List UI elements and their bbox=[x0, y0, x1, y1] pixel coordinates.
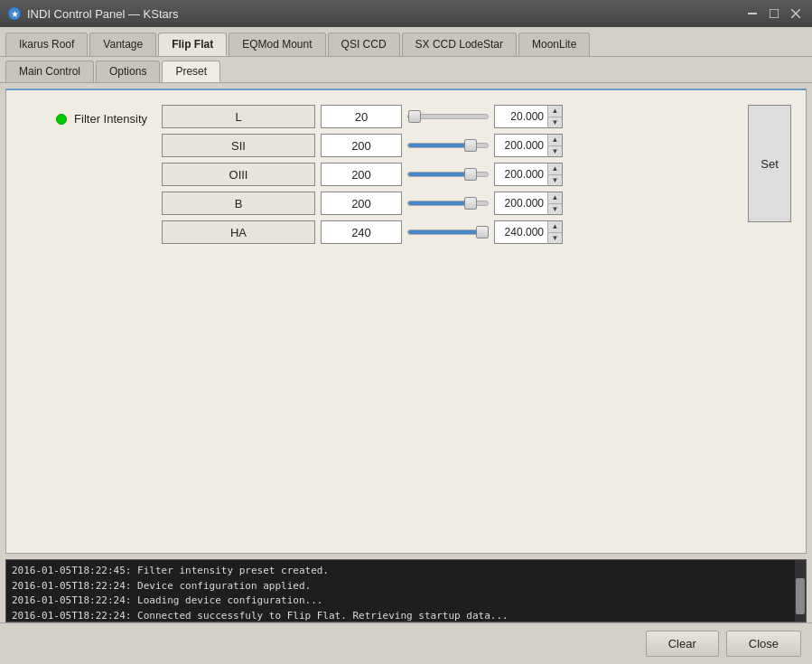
filter-spinbox-ha[interactable]: 240.000▲▼ bbox=[494, 220, 563, 244]
device-tabs: Ikarus RoofVantageFlip FlatEQMod MountQS… bbox=[0, 27, 812, 57]
filter-name-b: B bbox=[162, 192, 315, 215]
spinbox-up-ha[interactable]: ▲ bbox=[548, 221, 562, 233]
filter-name-l: L bbox=[162, 105, 315, 128]
filter-spinbox-b[interactable]: 200.000▲▼ bbox=[494, 192, 563, 215]
filter-row-sii: SII200200.000▲▼ bbox=[162, 134, 733, 157]
spinbox-up-sii[interactable]: ▲ bbox=[548, 135, 562, 146]
device-tab-ikarus-roof[interactable]: Ikarus Roof bbox=[5, 33, 88, 56]
filter-row-l: L2020.000▲▼ bbox=[162, 105, 733, 128]
set-btn-wrapper: Set bbox=[748, 105, 791, 222]
device-tab-flip-flat[interactable]: Flip Flat bbox=[158, 33, 227, 56]
status-indicator bbox=[56, 114, 67, 125]
log-message: 2016-01-05T18:22:24: Connected successfu… bbox=[12, 609, 788, 623]
filter-slider-ha[interactable] bbox=[407, 220, 489, 244]
spinbox-up-l[interactable]: ▲ bbox=[548, 106, 562, 117]
spinbox-down-oiii[interactable]: ▼ bbox=[548, 175, 562, 186]
filter-name-sii: SII bbox=[162, 134, 315, 157]
device-tab-vantage[interactable]: Vantage bbox=[89, 33, 156, 56]
content-tab-options[interactable]: Options bbox=[96, 61, 160, 82]
svg-text:★: ★ bbox=[11, 9, 19, 19]
filter-name-oiii: OIII bbox=[162, 163, 315, 186]
log-scrollbar-thumb[interactable] bbox=[796, 578, 805, 614]
log-area: 2016-01-05T18:22:45: Filter intensity pr… bbox=[5, 559, 807, 622]
close-window-button[interactable] bbox=[787, 5, 805, 23]
spinbox-down-ha[interactable]: ▼ bbox=[548, 233, 562, 244]
filter-rows: L2020.000▲▼SII200200.000▲▼OIII200200.000… bbox=[162, 105, 733, 244]
device-tab-eqmod-mount[interactable]: EQMod Mount bbox=[229, 33, 325, 56]
device-tab-qsi-ccd[interactable]: QSI CCD bbox=[328, 33, 400, 56]
device-tab-sx-ccd-lodestar[interactable]: SX CCD LodeStar bbox=[402, 33, 517, 56]
window-title: INDI Control Panel — KStars bbox=[27, 7, 179, 21]
spinbox-down-l[interactable]: ▼ bbox=[548, 117, 562, 128]
panel-area: Filter Intensity L2020.000▲▼SII200200.00… bbox=[0, 83, 812, 559]
filter-slider-sii[interactable] bbox=[407, 134, 489, 157]
titlebar-left: ★ INDI Control Panel — KStars bbox=[7, 6, 179, 21]
spinbox-down-sii[interactable]: ▼ bbox=[548, 146, 562, 157]
titlebar-controls bbox=[743, 5, 805, 23]
panel-content: Filter Intensity L2020.000▲▼SII200200.00… bbox=[5, 89, 807, 554]
filter-value-sii[interactable]: 200 bbox=[321, 134, 402, 157]
close-button[interactable]: Close bbox=[726, 631, 801, 657]
spinbox-up-oiii[interactable]: ▲ bbox=[548, 164, 562, 175]
log-message: 2016-01-05T18:22:24: Device configuratio… bbox=[12, 579, 788, 594]
filter-slider-oiii[interactable] bbox=[407, 163, 489, 186]
log-message: 2016-01-05T18:22:24: Loading device conf… bbox=[12, 594, 788, 609]
spinbox-up-b[interactable]: ▲ bbox=[548, 192, 562, 204]
filter-label-col: Filter Intensity bbox=[21, 105, 147, 126]
log-scrollbar[interactable] bbox=[795, 560, 806, 622]
filter-name-ha: HA bbox=[162, 220, 315, 244]
content-tab-preset[interactable]: Preset bbox=[162, 61, 220, 82]
svg-rect-2 bbox=[748, 13, 757, 14]
log-message: 2016-01-05T18:22:45: Filter intensity pr… bbox=[12, 564, 788, 579]
filter-value-l[interactable]: 20 bbox=[321, 105, 402, 128]
content-tab-main-control[interactable]: Main Control bbox=[5, 61, 94, 82]
content-tabs: Main ControlOptionsPreset bbox=[0, 57, 812, 83]
filter-row-b: B200200.000▲▼ bbox=[162, 192, 733, 215]
minimize-button[interactable] bbox=[743, 5, 761, 23]
filter-spinbox-oiii[interactable]: 200.000▲▼ bbox=[494, 163, 563, 186]
filter-spinbox-sii[interactable]: 200.000▲▼ bbox=[494, 134, 563, 157]
filter-spinbox-l[interactable]: 20.000▲▼ bbox=[494, 105, 563, 128]
filter-section: Filter Intensity L2020.000▲▼SII200200.00… bbox=[21, 105, 791, 244]
filter-row-oiii: OIII200200.000▲▼ bbox=[162, 163, 733, 186]
clear-button[interactable]: Clear bbox=[646, 631, 719, 657]
titlebar: ★ INDI Control Panel — KStars bbox=[0, 0, 812, 27]
app-icon: ★ bbox=[7, 6, 22, 21]
filter-row-ha: HA240240.000▲▼ bbox=[162, 220, 733, 244]
filter-value-ha[interactable]: 240 bbox=[321, 220, 402, 244]
maximize-button[interactable] bbox=[765, 5, 783, 23]
filter-slider-l[interactable] bbox=[407, 105, 489, 128]
svg-rect-3 bbox=[770, 9, 779, 18]
filter-value-b[interactable]: 200 bbox=[321, 192, 402, 215]
filter-intensity-label: Filter Intensity bbox=[74, 112, 147, 126]
filter-slider-b[interactable] bbox=[407, 192, 489, 215]
main-window: Ikarus RoofVantageFlip FlatEQMod MountQS… bbox=[0, 27, 812, 664]
spinbox-down-b[interactable]: ▼ bbox=[548, 204, 562, 215]
filter-value-oiii[interactable]: 200 bbox=[321, 163, 402, 186]
set-button[interactable]: Set bbox=[748, 105, 791, 222]
device-tab-moonlite[interactable]: MoonLite bbox=[518, 33, 590, 56]
bottom-bar: Clear Close bbox=[0, 622, 812, 664]
